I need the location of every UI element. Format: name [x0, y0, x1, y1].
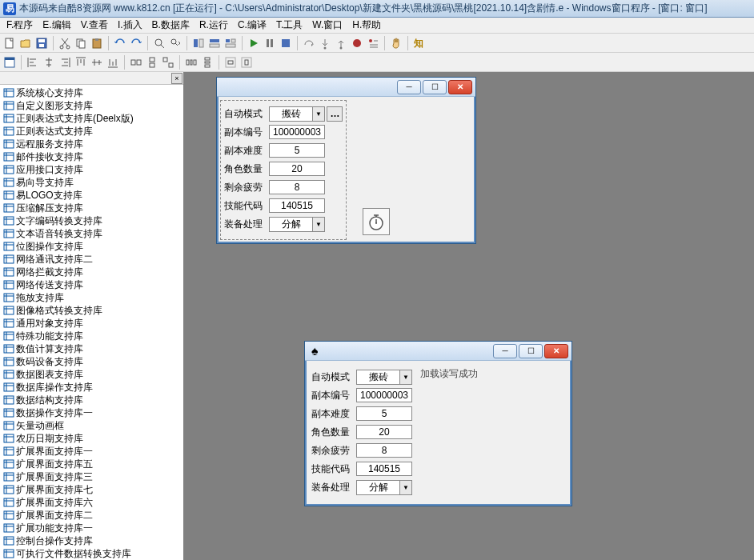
step-out-icon[interactable] — [334, 36, 348, 50]
same-height-icon[interactable] — [145, 55, 159, 70]
menu-help[interactable]: H.帮助 — [347, 17, 386, 34]
minimize-button[interactable]: ─ — [397, 80, 421, 94]
tree-item[interactable]: 通用对象支持库 — [2, 317, 182, 330]
tree-item[interactable]: 可执行文件数据转换支持库 — [2, 547, 182, 560]
form-select[interactable]: 分解▼ — [269, 217, 325, 232]
center-v-icon[interactable] — [239, 55, 254, 70]
tree-item[interactable]: 扩展界面支持库三 — [2, 470, 182, 483]
tree-item[interactable]: 矢量动画框 — [2, 419, 182, 432]
form-input[interactable]: 8 — [356, 443, 412, 458]
new-icon[interactable] — [2, 36, 17, 50]
find-next-icon[interactable] — [168, 36, 182, 50]
menu-insert[interactable]: I.插入 — [113, 17, 147, 34]
tree-item[interactable]: 数码设备支持库 — [2, 355, 182, 368]
tree-item[interactable]: 易向导支持库 — [2, 176, 182, 189]
maximize-button[interactable]: ☐ — [423, 80, 447, 94]
form-input[interactable]: 5 — [356, 406, 412, 421]
dialog-runtime[interactable]: ♠ ─ ☐ ✕ 自动模式搬砖▼副本编号100000003副本难度5角色数量20剩… — [304, 341, 572, 506]
align-right-icon[interactable] — [58, 55, 72, 70]
tree-item[interactable]: 数据库操作支持库 — [2, 381, 182, 394]
tree-item[interactable]: 远程服务支持库 — [2, 138, 182, 150]
close-button[interactable]: ✕ — [448, 80, 472, 94]
save-icon[interactable] — [34, 36, 49, 50]
dialog-titlebar[interactable]: ─ ☐ ✕ — [217, 78, 475, 97]
step-over-icon[interactable] — [302, 36, 316, 50]
tree-item[interactable]: 邮件接收支持库 — [2, 150, 182, 163]
tree-item[interactable]: 正则表达式支持库 — [2, 125, 182, 138]
same-size-icon[interactable] — [161, 55, 175, 70]
tree-item[interactable]: 控制台操作支持库 — [2, 534, 182, 547]
menu-edit[interactable]: E.编辑 — [38, 17, 75, 34]
ellipsis-button[interactable]: … — [327, 106, 343, 122]
cut-icon[interactable] — [58, 36, 72, 50]
align-bottom-icon[interactable] — [106, 55, 120, 70]
tree-item[interactable]: 扩展界面支持库五 — [2, 458, 182, 470]
tree-item[interactable]: 网络通讯支持库二 — [2, 253, 182, 266]
pause-icon[interactable] — [263, 36, 277, 50]
tree-item[interactable]: 自定义图形支持库 — [2, 99, 182, 112]
align-left-icon[interactable] — [26, 55, 40, 70]
align-center-h-icon[interactable] — [42, 55, 56, 70]
form-input[interactable]: 100000003 — [356, 388, 412, 402]
maximize-button[interactable]: ☐ — [519, 344, 543, 358]
menu-window[interactable]: W.窗口 — [307, 17, 347, 34]
form-input[interactable]: 140515 — [269, 198, 325, 213]
tree-item[interactable]: 压缩解压支持库 — [2, 202, 182, 214]
tree-item[interactable]: 图像格式转换支持库 — [2, 304, 182, 317]
timer-icon[interactable] — [363, 208, 390, 235]
tree-item[interactable]: 网络传送支持库 — [2, 278, 182, 291]
paste-icon[interactable] — [90, 36, 104, 50]
tree-item[interactable]: 拖放支持库 — [2, 291, 182, 304]
tree-item[interactable]: 扩展界面支持库六 — [2, 496, 182, 509]
menu-run[interactable]: R.运行 — [195, 17, 233, 34]
form-input[interactable]: 140515 — [356, 462, 412, 476]
copy-icon[interactable] — [74, 36, 88, 50]
form-select[interactable]: 分解▼ — [356, 480, 412, 495]
tree-item[interactable]: 数值计算支持库 — [2, 342, 182, 355]
tree-item[interactable]: 扩展界面支持库七 — [2, 483, 182, 496]
tree-item[interactable]: 扩展界面支持库二 — [2, 509, 182, 522]
form-input[interactable]: 8 — [269, 180, 325, 194]
align-middle-icon[interactable] — [90, 55, 104, 70]
close-button[interactable]: ✕ — [544, 344, 568, 358]
form-input[interactable]: 20 — [356, 425, 412, 439]
tree-item[interactable]: 数据结构支持库 — [2, 394, 182, 406]
tree-item[interactable]: 数据图表支持库 — [2, 368, 182, 381]
menu-view[interactable]: V.查看 — [76, 17, 113, 34]
form-select[interactable]: 搬砖▼ — [269, 106, 325, 122]
breakpoint-list-icon[interactable] — [366, 36, 380, 50]
design-canvas[interactable]: ─ ☐ ✕ 自动模式搬砖▼…副本编号100000003副本难度5角色数量20剩余… — [184, 72, 754, 560]
tree-item[interactable]: 易LOGO支持库 — [2, 189, 182, 202]
dist-v-icon[interactable] — [200, 55, 215, 70]
stop-icon[interactable] — [279, 36, 293, 50]
tree-item[interactable]: 数据操作支持库一 — [2, 406, 182, 419]
menu-compile[interactable]: C.编译 — [233, 17, 271, 34]
undo-icon[interactable] — [113, 36, 127, 50]
breakpoint-icon[interactable] — [350, 36, 364, 50]
layout2-icon[interactable] — [207, 36, 222, 50]
minimize-button[interactable]: ─ — [493, 344, 517, 358]
library-tree[interactable]: 系统核心支持库自定义图形支持库正则表达式支持库(Deelx版)正则表达式支持库远… — [0, 85, 183, 560]
align-top-icon[interactable] — [74, 55, 88, 70]
tb2-form-icon[interactable] — [2, 55, 17, 70]
center-h-icon[interactable] — [223, 55, 238, 70]
hand-icon[interactable] — [389, 36, 403, 50]
tree-item[interactable]: 扩展界面支持库一 — [2, 445, 182, 458]
tree-item[interactable]: 位图操作支持库 — [2, 240, 182, 253]
tree-item[interactable]: 应用接口支持库 — [2, 163, 182, 176]
menu-database[interactable]: B.数据库 — [147, 17, 195, 34]
menu-tools[interactable]: T.工具 — [271, 17, 307, 34]
form-input[interactable]: 20 — [269, 162, 325, 176]
run-icon[interactable] — [247, 36, 261, 50]
form-input[interactable]: 100000003 — [269, 125, 325, 139]
tree-item[interactable]: 正则表达式支持库(Deelx版) — [2, 112, 182, 125]
tree-item[interactable]: 扩展功能支持库一 — [2, 522, 182, 534]
layout3-icon[interactable] — [223, 36, 238, 50]
tree-item[interactable]: 网络拦截支持库 — [2, 266, 182, 278]
same-width-icon[interactable] — [129, 55, 143, 70]
step-into-icon[interactable] — [318, 36, 332, 50]
dialog-titlebar[interactable]: ♠ ─ ☐ ✕ — [305, 342, 572, 361]
find-icon[interactable] — [152, 36, 166, 50]
dialog-designer[interactable]: ─ ☐ ✕ 自动模式搬砖▼…副本编号100000003副本难度5角色数量20剩余… — [216, 77, 476, 244]
tree-item[interactable]: 特殊功能支持库 — [2, 330, 182, 342]
